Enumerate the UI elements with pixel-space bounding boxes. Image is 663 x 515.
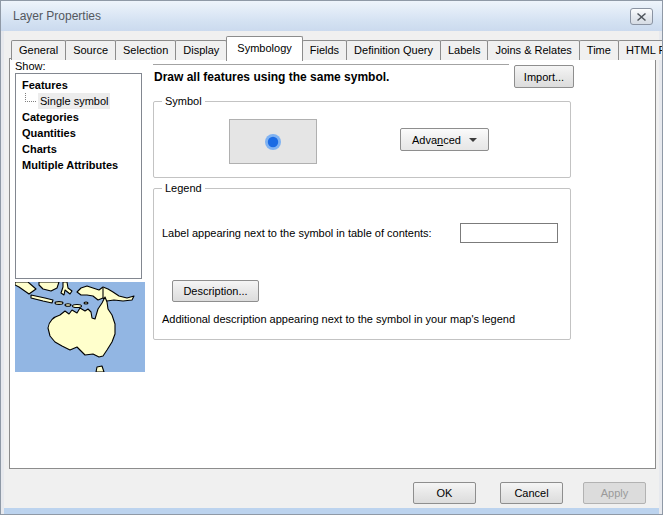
- header-divider: [153, 64, 509, 65]
- tab-source[interactable]: Source: [65, 40, 116, 60]
- cancel-button[interactable]: Cancel: [500, 482, 563, 504]
- show-item-multiple-attributes[interactable]: Multiple Attributes: [16, 157, 141, 173]
- ok-button[interactable]: OK: [413, 482, 476, 504]
- show-item-features[interactable]: Features: [16, 77, 141, 93]
- show-item-charts[interactable]: Charts: [16, 141, 141, 157]
- titlebar[interactable]: Layer Properties: [1, 1, 662, 31]
- point-symbol-icon: [264, 133, 282, 151]
- legend-label-input[interactable]: [460, 223, 558, 243]
- close-icon: [637, 13, 646, 21]
- additional-description-text: Additional description appearing next to…: [162, 313, 515, 325]
- tab-joins-relates[interactable]: Joins & Relates: [487, 40, 579, 60]
- tab-strip: General Source Selection Display Symbolo…: [11, 36, 663, 60]
- tab-html-popup[interactable]: HTML Popup: [618, 40, 663, 60]
- dropdown-arrow-icon: [469, 138, 477, 142]
- tab-selection[interactable]: Selection: [115, 40, 176, 60]
- show-label: Show:: [15, 60, 46, 72]
- close-button[interactable]: [630, 8, 653, 25]
- apply-button[interactable]: Apply: [583, 482, 646, 504]
- tab-general[interactable]: General: [11, 40, 66, 60]
- layer-properties-dialog: Layer Properties General Source Selectio…: [0, 0, 663, 515]
- show-item-single-symbol[interactable]: Single symbol: [16, 93, 141, 109]
- symbol-group-title: Symbol: [162, 95, 205, 107]
- tab-symbology[interactable]: Symbology: [226, 36, 302, 61]
- legend-groupbox: Legend Label appearing next to the symbo…: [153, 188, 571, 340]
- tab-display[interactable]: Display: [175, 40, 227, 60]
- legend-label-text: Label appearing next to the symbol in ta…: [162, 227, 432, 239]
- window-title: Layer Properties: [13, 9, 101, 23]
- tab-fields[interactable]: Fields: [302, 40, 347, 60]
- import-button[interactable]: Import...: [514, 65, 574, 88]
- legend-group-title: Legend: [162, 182, 205, 194]
- symbol-groupbox: Symbol Advanced: [153, 101, 571, 178]
- tab-time[interactable]: Time: [579, 40, 619, 60]
- description-button[interactable]: Description...: [172, 280, 259, 302]
- tab-definition-query[interactable]: Definition Query: [346, 40, 441, 60]
- map-preview: [15, 282, 145, 372]
- symbol-preview-button[interactable]: [229, 119, 317, 164]
- show-item-quantities[interactable]: Quantities: [16, 125, 141, 141]
- advanced-dropdown-button[interactable]: Advanced: [400, 128, 489, 151]
- renderer-description: Draw all features using the same symbol.: [154, 70, 389, 84]
- tree-connector-icon: [25, 93, 36, 102]
- advanced-label: Advanced: [412, 134, 461, 146]
- show-listbox[interactable]: Features Single symbol Categories Quanti…: [15, 73, 142, 279]
- tab-labels[interactable]: Labels: [440, 40, 488, 60]
- show-item-categories[interactable]: Categories: [16, 109, 141, 125]
